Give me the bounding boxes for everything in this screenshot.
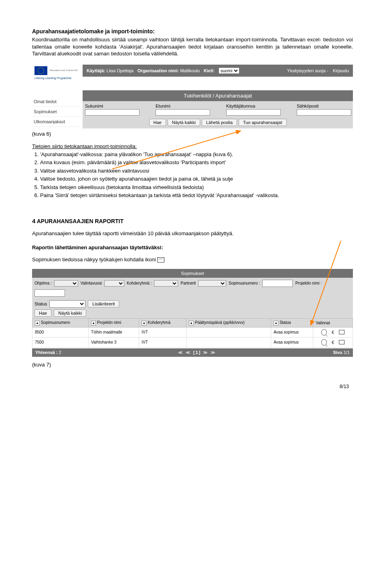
- filter-sopimusnumero-input[interactable]: [262, 280, 293, 287]
- section-bar: Tukihenkilöt / Apurahansaajat: [83, 90, 353, 101]
- filter-valintavuosi-label: Valintavuosi: [81, 281, 102, 285]
- step-2: Anna kuvaus (esim. päivämäärä) ja valits…: [40, 159, 353, 166]
- filter-status-select[interactable]: [49, 300, 85, 308]
- sort-icon[interactable]: ▲: [35, 321, 40, 326]
- hae-button[interactable]: Hae: [149, 119, 166, 126]
- filter-tunnus-label: Käyttäjätunnus: [226, 104, 281, 108]
- filter-sukunimi-input[interactable]: [85, 109, 140, 116]
- org-value: Mallikoulu: [180, 68, 200, 73]
- magnifier-icon[interactable]: [321, 330, 327, 335]
- user-label: Käyttäjä:: [87, 68, 105, 73]
- laheta-postia-button[interactable]: Lähetä postia: [202, 119, 237, 126]
- button-row: Hae Näytä kaikki Lähetä postia Tuo apura…: [83, 118, 353, 128]
- page-label: Sivu: [333, 350, 342, 355]
- table-row: 7500 Vaihtohanke 3 IVT Avaa sopimus €: [32, 337, 353, 347]
- contracts-hae-button[interactable]: Hae: [34, 309, 51, 317]
- filter-partnerit-select[interactable]: [198, 280, 226, 287]
- link-sep: -: [327, 68, 328, 73]
- cell-num: 8500: [32, 327, 89, 337]
- privacy-link[interactable]: Yksityisyyden suoja: [287, 68, 326, 73]
- cell-status[interactable]: Avaa sopimus: [271, 337, 313, 347]
- cell-end: [186, 327, 271, 337]
- ec-label: Education and Culture DG: [50, 69, 78, 72]
- filter-projekti-input[interactable]: [34, 289, 65, 297]
- screenshot-kuva6: Education and Culture DG Lifelong Learni…: [32, 65, 353, 128]
- logout-link[interactable]: Kirjaudu: [333, 68, 349, 73]
- paragraph-3: Sopimuksen tiedoissa näkyy työkalujen ko…: [32, 256, 353, 263]
- sort-icon[interactable]: ▲: [274, 321, 278, 326]
- th-projektin-nimi[interactable]: ▲Projektin nimi: [89, 318, 139, 327]
- envelope-icon[interactable]: [339, 340, 344, 345]
- cell-tools: €: [313, 327, 353, 337]
- org-label: Organisaation nimi:: [138, 68, 179, 73]
- section4-num: 4: [32, 218, 35, 224]
- bold-subheading: Raportin lähettäminen apurahansaajan täy…: [32, 244, 353, 251]
- euro-icon[interactable]: €: [330, 330, 336, 335]
- filter-ohjelma-select[interactable]: [54, 280, 78, 287]
- section4-title-text: APURAHANSAAJIEN RAPORTIT: [37, 218, 124, 224]
- step-1: 'Apurahansaajat'-valikossa: paina yläval…: [40, 151, 353, 158]
- contracts-filters: Ohjelma : Valintavuosi Kohderyhmä : Part…: [32, 278, 353, 299]
- sort-icon[interactable]: ▲: [142, 321, 146, 326]
- kuva6-label: (kuva 6): [32, 131, 353, 137]
- th-valinnat: Valinnat: [313, 318, 353, 327]
- page-number: 8/13: [32, 384, 353, 389]
- instructions-heading: Tietojen siirto tietokantaan import-toim…: [32, 143, 353, 149]
- lang-select[interactable]: suomi: [219, 67, 239, 74]
- section-title: Apurahansaajatietolomake ja import-toimi…: [32, 28, 353, 35]
- nav-sopimukset[interactable]: Sopimukset: [32, 107, 80, 117]
- envelope-icon[interactable]: [339, 330, 344, 335]
- screenshot-kuva7: Sopimukset Ohjelma : Valintavuosi Kohder…: [32, 269, 353, 357]
- para3-text: Sopimuksen tiedoissa näkyy työkalujen ko…: [32, 256, 156, 262]
- cell-end: [186, 337, 271, 347]
- step-4: Valitse tiedosto, johon on syötetty apur…: [40, 175, 353, 183]
- filter-partnerit-label: Partnerit: [180, 281, 196, 285]
- filter-valintavuosi-select[interactable]: [104, 280, 124, 287]
- sort-icon[interactable]: ▲: [189, 321, 194, 326]
- contracts-footer: Yhteensä : 2 ≪ ≪ [1] ≫ ≫ Sivu 1/1: [32, 348, 353, 357]
- logo-block: Education and Culture DG Lifelong Learni…: [32, 65, 83, 81]
- filter-email-input[interactable]: [297, 109, 351, 116]
- step-3: Valitse alasvetovalikosta hankkeen valin…: [40, 167, 353, 175]
- cell-tools: €: [313, 337, 353, 347]
- step-6: Paina 'Siirrä' tietojen siirtämiseksi ti…: [40, 192, 353, 199]
- side-nav: Omat tiedot Sopimukset Ulkomaanjaksot: [32, 97, 80, 127]
- contracts-nayta-kaikki-button[interactable]: Näytä kaikki: [54, 309, 86, 317]
- filter-sopimusnumero-label: Sopimusnumero :: [229, 281, 260, 285]
- lang-label: Kieli:: [204, 68, 215, 73]
- filter-row: Sukunimi Etunimi Käyttäjätunnus Sähköpos…: [83, 101, 353, 118]
- euro-icon[interactable]: €: [330, 340, 336, 345]
- filter-etunimi-input[interactable]: [156, 109, 210, 116]
- filter-etunimi-label: Etunimi: [156, 104, 210, 108]
- th-paattymispaiva[interactable]: ▲Päättymispäivä (pp/kk/vvvv): [186, 318, 271, 327]
- sort-icon[interactable]: ▲: [91, 321, 96, 326]
- filter-kohderyhma-select[interactable]: [154, 280, 178, 287]
- th-status[interactable]: ▲Status: [271, 318, 313, 327]
- contracts-filters-row2: Status Lisäkriteerit: [32, 299, 353, 309]
- nayta-kaikki-button[interactable]: Näytä kaikki: [168, 119, 200, 126]
- cell-name: Töihin maailmalle: [89, 327, 139, 337]
- eu-flag-icon: [34, 66, 47, 75]
- filter-projekti-label: Projektin nimi :: [295, 281, 322, 285]
- filter-kohderyhma-label: Kohderyhmä :: [127, 281, 152, 285]
- step-5: Tarkista tietojen oikeellisuus (tietokan…: [40, 184, 353, 191]
- app-header: Käyttäjä: Liisa Opettaja Organisaation n…: [83, 65, 353, 77]
- th-sopimusnumero[interactable]: ▲Sopimusnumero: [32, 318, 89, 327]
- paging-prev-icon[interactable]: ≪ ≪: [178, 350, 191, 355]
- magnifier-icon[interactable]: [321, 340, 327, 345]
- nav-omat-tiedot[interactable]: Omat tiedot: [32, 97, 80, 107]
- instruction-list: 'Apurahansaajat'-valikossa: paina yläval…: [40, 151, 353, 199]
- paging: ≪ ≪ [1] ≫ ≫: [178, 350, 217, 355]
- filter-tunnus-input[interactable]: [226, 109, 281, 116]
- th-kohderyhma[interactable]: ▲Kohderyhmä: [139, 318, 186, 327]
- cell-status[interactable]: Avaa sopimus: [271, 327, 313, 337]
- section4-heading: 4 APURAHANSAAJIEN RAPORTIT: [32, 218, 353, 224]
- lisakriteerit-button[interactable]: Lisäkriteerit: [88, 300, 119, 307]
- tuo-apurahansaajat-button[interactable]: Tuo apurahansaajat: [239, 119, 286, 126]
- table-row: 8500 Töihin maailmalle IVT Avaa sopimus …: [32, 327, 353, 337]
- filter-status-label: Status: [34, 301, 47, 306]
- nav-ulkomaanjaksot[interactable]: Ulkomaanjaksot: [32, 117, 80, 127]
- cell-group: IVT: [139, 327, 186, 337]
- contracts-table: ▲Sopimusnumero ▲Projektin nimi ▲Kohderyh…: [32, 318, 353, 348]
- paging-next-icon[interactable]: ≫ ≫: [203, 350, 216, 355]
